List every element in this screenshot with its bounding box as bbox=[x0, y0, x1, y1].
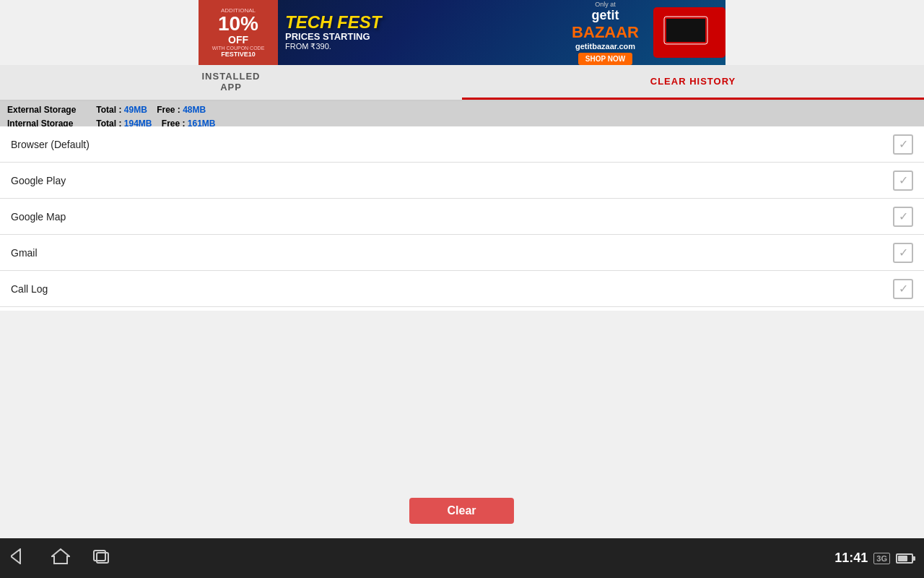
tab-installed-label: INSTALLED APP bbox=[202, 71, 261, 92]
app-name-google-play: Google Play bbox=[11, 175, 66, 186]
bottom-navigation-bar: 11:41 3G bbox=[0, 538, 924, 578]
back-icon[interactable] bbox=[11, 548, 30, 569]
app-name-browser: Browser (Default) bbox=[11, 139, 90, 150]
app-name-google-map: Google Map bbox=[11, 211, 66, 223]
external-total-value: 49MB bbox=[124, 105, 147, 115]
ad-discount-value: 10% bbox=[218, 14, 258, 34]
external-free-value: 48MB bbox=[183, 105, 206, 115]
ad-getit-text: getit bbox=[592, 8, 619, 23]
list-item[interactable]: Google Map ✓ bbox=[0, 199, 924, 235]
tab-clear-history-label: CLEAR HISTORY bbox=[650, 76, 736, 87]
signal-badge: 3G bbox=[873, 553, 890, 564]
ad-prices-label: PRICES STARTING bbox=[285, 31, 370, 42]
checkbox-browser[interactable]: ✓ bbox=[893, 134, 913, 155]
battery-level bbox=[898, 556, 907, 561]
ad-from-label: FROM ₹390. bbox=[285, 42, 331, 51]
app-name-call-log: Call Log bbox=[11, 283, 48, 295]
app-list-container: Browser (Default) ✓ Google Play ✓ Google… bbox=[0, 126, 924, 311]
ad-middle-section: TECH FEST PRICES STARTING FROM ₹390. bbox=[278, 10, 565, 55]
clear-button[interactable]: Clear bbox=[409, 498, 514, 524]
tab-installed-app[interactable]: INSTALLED APP bbox=[0, 65, 462, 100]
battery-icon bbox=[896, 553, 913, 564]
ad-laptop-image bbox=[653, 7, 725, 58]
svg-marker-3 bbox=[11, 549, 20, 564]
list-item[interactable]: Google Play ✓ bbox=[0, 163, 924, 199]
status-bar: 11:41 3G bbox=[834, 551, 913, 566]
svg-rect-2 bbox=[661, 45, 711, 48]
ad-url: getitbazaar.com bbox=[575, 42, 635, 51]
external-total-prefix: Total : bbox=[96, 105, 123, 115]
ad-bazaar-text: BAZAAR bbox=[572, 23, 639, 42]
ad-only-text: Only at bbox=[595, 1, 616, 8]
list-item[interactable]: Call Log ✓ bbox=[0, 271, 924, 307]
home-icon[interactable] bbox=[51, 548, 70, 569]
ad-code: FESTIVE10 bbox=[221, 51, 256, 58]
battery-tip bbox=[913, 556, 915, 561]
svg-marker-4 bbox=[52, 549, 69, 564]
checkbox-google-map[interactable]: ✓ bbox=[893, 207, 913, 227]
ad-off-label: OFF bbox=[228, 34, 248, 46]
time-display: 11:41 bbox=[834, 551, 868, 566]
external-storage-label: External Storage bbox=[7, 103, 94, 117]
ad-right-section: Only at getit BAZAAR getitbazaar.com SHO… bbox=[565, 0, 646, 65]
ad-discount-section: ADDITIONAL 10% OFF WITH COUPON CODE FEST… bbox=[199, 0, 278, 65]
svg-rect-1 bbox=[666, 19, 705, 42]
list-item[interactable]: Browser (Default) ✓ bbox=[0, 126, 924, 163]
checkbox-call-log[interactable]: ✓ bbox=[893, 279, 913, 299]
recents-icon[interactable] bbox=[92, 548, 110, 569]
ad-banner: ADDITIONAL 10% OFF WITH COUPON CODE FEST… bbox=[199, 0, 725, 65]
list-item[interactable]: Gmail ✓ bbox=[0, 235, 924, 271]
tabs-container: INSTALLED APP CLEAR HISTORY bbox=[0, 65, 924, 101]
checkbox-google-play[interactable]: ✓ bbox=[893, 171, 913, 191]
nav-icons-group bbox=[11, 548, 110, 569]
ad-techfest-title: TECH FEST bbox=[285, 14, 381, 31]
tab-clear-history[interactable]: CLEAR HISTORY bbox=[462, 65, 924, 100]
ad-shopnow-button[interactable]: SHOP NOW bbox=[578, 53, 632, 65]
external-free-prefix: Free : bbox=[157, 105, 183, 115]
external-storage-row: External Storage Total : 49MB Free : 48M… bbox=[7, 103, 917, 117]
app-name-gmail: Gmail bbox=[11, 247, 38, 259]
ad-coupon-text: WITH COUPON CODE bbox=[212, 46, 265, 51]
checkbox-gmail[interactable]: ✓ bbox=[893, 243, 913, 263]
